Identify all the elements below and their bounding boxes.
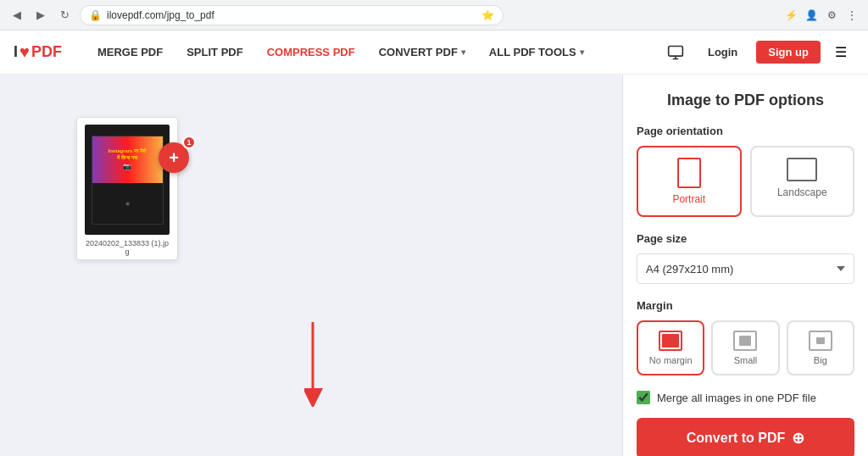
- no-margin-inner: [662, 334, 679, 348]
- margin-options: No margin Small Big: [637, 320, 854, 375]
- page-size-section: Page size A4 (297x210 mm)LetterA3Custom: [637, 232, 854, 284]
- forward-button[interactable]: ▶: [32, 7, 49, 24]
- logo[interactable]: I ♥ PDF: [14, 42, 62, 62]
- portrait-button[interactable]: Portrait: [637, 146, 742, 217]
- small-margin-icon: [733, 331, 757, 351]
- insta-logo: 📷: [123, 163, 131, 170]
- nav-compress[interactable]: COMPRESS PDF: [257, 41, 365, 64]
- url-text: ilovepdf.com/jpg_to_pdf: [107, 9, 476, 21]
- big-margin-inner: [816, 337, 825, 344]
- login-button[interactable]: Login: [696, 41, 749, 64]
- big-label: Big: [814, 355, 827, 365]
- small-label: Small: [734, 355, 758, 365]
- file-area: Instagram पर पैसेमें किया गया 📷 ◉ 202402…: [0, 75, 622, 456]
- orientation-label: Page orientation: [637, 125, 854, 137]
- small-margin-inner: [739, 336, 751, 346]
- portrait-icon: [677, 158, 701, 188]
- file-preview: Instagram पर पैसेमें किया गया 📷 ◉: [85, 125, 170, 235]
- arrow-indicator: [304, 322, 372, 409]
- panel-title: Image to PDF options: [637, 92, 854, 109]
- back-button[interactable]: ◀: [8, 7, 25, 24]
- insta-text: Instagram पर पैसेमें किया गया: [108, 148, 146, 160]
- options-panel: Image to PDF options Page orientation Po…: [622, 75, 868, 456]
- logo-heart: ♥: [19, 42, 30, 62]
- all-tools-arrow-icon: ▾: [580, 47, 584, 57]
- merge-label: Merge all images in one PDF file: [657, 392, 816, 404]
- more-icon[interactable]: ⋮: [844, 8, 860, 23]
- header: I ♥ PDF MERGE PDF SPLIT PDF COMPRESS PDF…: [0, 31, 868, 75]
- portrait-label: Portrait: [672, 193, 705, 205]
- address-bar[interactable]: 🔒 ilovepdf.com/jpg_to_pdf ⭐: [80, 5, 504, 25]
- convert-button[interactable]: Convert to PDF ⊕: [637, 418, 854, 456]
- no-margin-button[interactable]: No margin: [637, 320, 704, 375]
- browser-chrome: ◀ ▶ ↻ 🔒 ilovepdf.com/jpg_to_pdf ⭐ ⚡ 👤 ⚙ …: [0, 0, 868, 31]
- big-margin-button[interactable]: Big: [787, 320, 854, 375]
- big-margin-icon: [809, 331, 832, 351]
- svg-rect-0: [669, 46, 683, 56]
- header-actions: Login Sign up ☰: [662, 39, 854, 66]
- nav-menu: MERGE PDF SPLIT PDF COMPRESS PDF CONVERT…: [87, 41, 645, 64]
- nav-convert[interactable]: CONVERT PDF ▾: [369, 41, 476, 64]
- badge: 1: [182, 136, 196, 149]
- landscape-label: Landscape: [777, 186, 827, 198]
- signup-button[interactable]: Sign up: [756, 41, 821, 64]
- nav-split[interactable]: SPLIT PDF: [176, 41, 253, 64]
- add-file-button[interactable]: 1 +: [159, 142, 189, 173]
- margin-section: Margin No margin Small: [637, 299, 854, 375]
- file-image-area: Instagram पर पैसेमें किया गया 📷 ◉: [92, 136, 164, 225]
- logo-i: I: [14, 43, 18, 61]
- small-margin-button[interactable]: Small: [711, 320, 779, 375]
- plus-icon: +: [169, 149, 179, 166]
- insta-banner: Instagram पर पैसेमें किया गया 📷: [92, 136, 163, 183]
- hamburger-menu[interactable]: ☰: [827, 39, 854, 66]
- no-margin-label: No margin: [649, 355, 693, 365]
- extensions-icon[interactable]: ⚡: [783, 8, 798, 23]
- settings-icon[interactable]: ⚙: [824, 8, 839, 23]
- convert-arrow-icon: ⊕: [792, 429, 804, 448]
- profile-icon[interactable]: 👤: [804, 8, 819, 23]
- page-size-select[interactable]: A4 (297x210 mm)LetterA3Custom: [637, 253, 854, 284]
- logo-pdf: PDF: [31, 43, 62, 61]
- orientation-options: Portrait Landscape: [637, 146, 854, 217]
- file-thumbnail[interactable]: Instagram पर पैसेमें किया गया 📷 ◉ 202402…: [76, 117, 178, 260]
- no-margin-icon: [659, 331, 682, 351]
- margin-label: Margin: [637, 299, 854, 312]
- merge-checkbox[interactable]: [637, 391, 650, 404]
- download-button[interactable]: [662, 39, 689, 66]
- page-size-label: Page size: [637, 232, 854, 245]
- landscape-icon: [787, 158, 817, 181]
- file-name: 20240202_133833 (1).jpg: [84, 239, 170, 256]
- convert-label: Convert to PDF: [687, 431, 785, 446]
- nav-all-tools[interactable]: ALL PDF TOOLS ▾: [479, 41, 594, 64]
- refresh-button[interactable]: ↻: [56, 7, 73, 24]
- nav-merge[interactable]: MERGE PDF: [87, 41, 173, 64]
- landscape-button[interactable]: Landscape: [750, 146, 855, 217]
- main-content: Instagram पर पैसेमें किया गया 📷 ◉ 202402…: [0, 75, 868, 456]
- browser-icons: ⚡ 👤 ⚙ ⋮: [783, 8, 860, 23]
- convert-arrow-icon: ▾: [461, 47, 465, 57]
- merge-checkbox-row: Merge all images in one PDF file: [637, 391, 854, 404]
